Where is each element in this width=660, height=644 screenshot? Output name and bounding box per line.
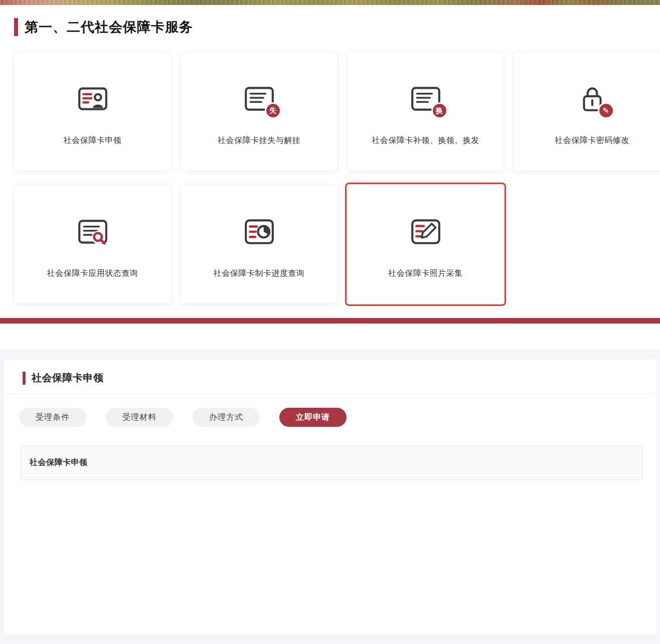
service-card-label: 社会保障卡应用状态查询 bbox=[47, 268, 138, 279]
tab-apply-now[interactable]: 立即申请 bbox=[279, 408, 347, 427]
detail-section: 社会保障卡申领 受理条件 受理材料 办理方式 立即申请 社会保障卡申领 bbox=[0, 350, 660, 644]
service-card-photo-collection[interactable]: 社会保障卡照片采集 bbox=[347, 185, 504, 304]
service-card-label: 社会保障卡申领 bbox=[64, 135, 122, 146]
service-card-loss-report[interactable]: 失 社会保障卡挂失与解挂 bbox=[181, 52, 338, 171]
edit-badge: ✎ bbox=[599, 104, 613, 117]
service-card-label: 社会保障卡照片采集 bbox=[388, 268, 463, 279]
section-divider bbox=[0, 318, 660, 324]
service-card-replacement[interactable]: 换 社会保障卡补领、换领、换发 bbox=[347, 52, 504, 171]
service-card-label: 社会保障卡补领、换领、换发 bbox=[372, 135, 479, 146]
tab-acceptance-conditions[interactable]: 受理条件 bbox=[19, 408, 86, 427]
exchange-badge: 换 bbox=[433, 104, 446, 117]
card-pencil-icon bbox=[409, 215, 442, 248]
service-card-progress-query[interactable]: 社会保障卡制卡进度查询 bbox=[181, 185, 338, 304]
doc-lines-icon: 换 bbox=[409, 82, 442, 115]
section-title-row: 第一、二代社会保障卡服务 bbox=[14, 18, 660, 37]
tab-required-materials[interactable]: 受理材料 bbox=[106, 408, 173, 427]
card-clock-icon bbox=[243, 215, 276, 248]
detail-title: 社会保障卡申领 bbox=[32, 371, 104, 385]
decorative-photo-strip bbox=[0, 0, 660, 5]
doc-lines-icon: 失 bbox=[243, 82, 276, 115]
service-card-label: 社会保障卡挂失与解挂 bbox=[218, 135, 300, 146]
detail-panel: 社会保障卡申领 受理条件 受理材料 办理方式 立即申请 社会保障卡申领 bbox=[4, 360, 656, 634]
tab-processing-method[interactable]: 办理方式 bbox=[193, 408, 260, 427]
detail-tabs: 受理条件 受理材料 办理方式 立即申请 bbox=[4, 394, 656, 427]
red-accent-bar bbox=[23, 372, 26, 385]
service-cards-grid: 社会保障卡申领 失 社会保障卡挂失与解挂 bbox=[14, 52, 660, 304]
service-card-password-change[interactable]: ✎ 社会保障卡密码修改 bbox=[514, 52, 660, 171]
service-card-label: 社会保障卡密码修改 bbox=[555, 135, 629, 146]
content-heading: 社会保障卡申领 bbox=[30, 457, 88, 468]
card-person-icon bbox=[76, 82, 109, 115]
doc-search-icon bbox=[76, 215, 109, 248]
detail-panel-header: 社会保障卡申领 bbox=[4, 360, 656, 394]
services-section: 第一、二代社会保障卡服务 社会保障卡申领 bbox=[0, 5, 660, 304]
lock-icon: ✎ bbox=[576, 82, 609, 115]
service-card-apply[interactable]: 社会保障卡申领 bbox=[14, 52, 171, 171]
service-card-label: 社会保障卡制卡进度查询 bbox=[214, 268, 305, 279]
red-accent-bar bbox=[14, 18, 18, 36]
service-card-status-query[interactable]: 社会保障卡应用状态查询 bbox=[14, 185, 171, 304]
content-heading-box: 社会保障卡申领 bbox=[20, 445, 643, 480]
section-title: 第一、二代社会保障卡服务 bbox=[25, 18, 193, 36]
loss-badge: 失 bbox=[266, 104, 280, 117]
